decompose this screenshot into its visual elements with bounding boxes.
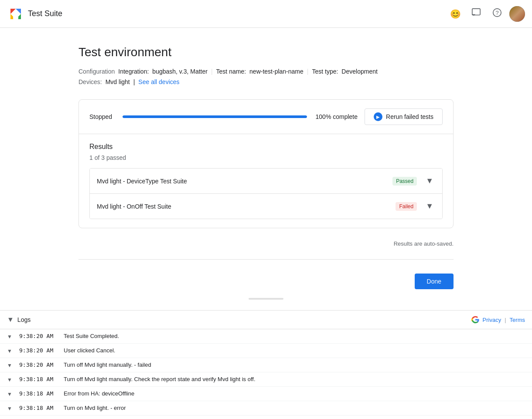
footer-separator: |	[505, 317, 506, 323]
log-message: Turn off Mvd light manually. Check the r…	[64, 376, 256, 382]
log-message: Test Suite Completed.	[64, 333, 119, 339]
done-button[interactable]: Done	[415, 274, 454, 289]
google-g-icon	[471, 316, 479, 324]
log-message: Turn off Mvd light manually. - failed	[64, 362, 151, 368]
log-time: 9:38:18 AM	[19, 390, 58, 397]
log-time: 9:38:18 AM	[19, 376, 58, 382]
log-expand-icon: ▼	[7, 362, 14, 368]
log-message: User clicked Cancel.	[64, 347, 116, 354]
test-item: Mvd light - DeviceType Test Suite Passed…	[90, 169, 442, 194]
main-content: Test environment Configuration Integrati…	[70, 28, 462, 310]
test-type-value: Development	[341, 68, 378, 75]
devices-label: Devices:	[78, 78, 102, 85]
log-time: 9:38:20 AM	[19, 347, 58, 354]
progress-bar-fill	[123, 115, 307, 118]
app-title: Test Suite	[28, 9, 62, 18]
logs-footer: Privacy | Terms	[471, 316, 525, 324]
log-time: 9:38:20 AM	[19, 333, 58, 339]
log-expand-icon: ▼	[7, 377, 14, 383]
config-label: Configuration	[78, 68, 115, 75]
svg-rect-2	[13, 13, 18, 19]
devices-value: Mvd light	[106, 78, 130, 85]
logs-expand-button[interactable]: ▼	[7, 316, 14, 324]
status-badge: Passed	[392, 177, 417, 186]
log-entry: ▼ 9:38:17 AM Turn on Mvd light. Check th…	[0, 416, 532, 416]
test-list: Mvd light - DeviceType Test Suite Passed…	[89, 168, 443, 219]
log-time: 9:38:18 AM	[19, 405, 58, 411]
test-item-name: Mvd light - OnOff Test Suite	[97, 203, 171, 210]
google-logo-icon	[7, 5, 24, 23]
integration-label: Integration:	[118, 68, 149, 75]
log-message: Error from HA: deviceOffline	[64, 390, 134, 397]
test-name-value: new-test-plan-name	[249, 68, 304, 75]
logs-header-left: ▼ Logs	[7, 316, 31, 324]
scroll-indicator	[78, 296, 454, 301]
stopped-label: Stopped	[89, 113, 116, 120]
logs-header: ▼ Logs Privacy | Terms	[0, 311, 532, 329]
done-row: Done	[78, 267, 454, 296]
chevron-down-icon: ▼	[7, 316, 14, 324]
chevron-down-icon: ▼	[426, 202, 433, 211]
progress-percent-text: 100% complete	[314, 113, 358, 120]
log-expand-icon: ▼	[7, 405, 14, 412]
scroll-bar	[249, 298, 283, 300]
config-row: Configuration Integration: bugbash, v.3,…	[78, 68, 454, 75]
log-expand-icon: ▼	[7, 334, 14, 340]
see-all-devices-link[interactable]: See all devices	[138, 78, 179, 85]
test-item-right: Passed ▼	[392, 175, 435, 187]
results-title: Results	[89, 143, 443, 151]
svg-rect-3	[472, 9, 480, 15]
results-section: Results 1 of 3 passed Mvd light - Device…	[79, 134, 453, 228]
log-entry: ▼ 9:38:20 AM User clicked Cancel.	[0, 344, 532, 358]
results-summary: 1 of 3 passed	[89, 154, 443, 161]
header-left: Test Suite	[7, 5, 62, 23]
status-badge: Failed	[396, 202, 417, 211]
chat-icon	[471, 8, 481, 20]
help-button[interactable]: ?	[488, 5, 506, 23]
log-entry: ▼ 9:38:18 AM Turn on Mvd light. - error	[0, 401, 532, 416]
auto-saved-message: Results are auto-saved.	[78, 235, 454, 252]
log-expand-icon: ▼	[7, 348, 14, 354]
test-type-label: Test type:	[312, 68, 338, 75]
progress-card: Stopped 100% complete ▶ Rerun failed tes…	[78, 99, 454, 228]
emoji-button[interactable]: 😊	[447, 5, 464, 23]
log-entry: ▼ 9:38:18 AM Turn off Mvd light manually…	[0, 372, 532, 387]
log-entry: ▼ 9:38:20 AM Test Suite Completed.	[0, 329, 532, 344]
help-icon: ?	[492, 8, 502, 20]
chevron-down-icon: ▼	[426, 176, 433, 186]
separator-2: |	[307, 68, 309, 75]
play-icon: ▶	[374, 112, 382, 121]
devices-row: Devices: Mvd light | See all devices	[78, 78, 454, 85]
log-time: 9:38:20 AM	[19, 362, 58, 368]
expand-test-button[interactable]: ▼	[424, 200, 435, 213]
avatar[interactable]	[509, 6, 525, 22]
log-expand-icon: ▼	[7, 391, 14, 397]
emoji-icon: 😊	[450, 9, 461, 19]
rerun-failed-tests-button[interactable]: ▶ Rerun failed tests	[365, 108, 443, 125]
test-name-label: Test name:	[216, 68, 246, 75]
devices-separator: |	[133, 78, 135, 85]
logs-title: Logs	[17, 316, 31, 323]
page-title: Test environment	[78, 45, 454, 59]
privacy-link[interactable]: Privacy	[483, 317, 501, 323]
logs-panel: ▼ Logs Privacy | Terms ▼ 9:38:20 AM Test…	[0, 310, 532, 416]
header-right: 😊 ?	[447, 5, 525, 23]
section-divider	[78, 259, 454, 260]
app-header: Test Suite 😊 ?	[0, 0, 532, 28]
rerun-label: Rerun failed tests	[386, 113, 433, 120]
chat-button[interactable]	[467, 5, 485, 23]
progress-bar-row: Stopped 100% complete ▶ Rerun failed tes…	[79, 100, 453, 134]
integration-value: bugbash, v.3, Matter	[152, 68, 208, 75]
progress-bar-container	[123, 115, 307, 118]
log-entry: ▼ 9:38:18 AM Error from HA: deviceOfflin…	[0, 387, 532, 401]
log-entry: ▼ 9:38:20 AM Turn off Mvd light manually…	[0, 358, 532, 372]
terms-link[interactable]: Terms	[510, 317, 525, 323]
log-message: Turn on Mvd light. - error	[64, 405, 126, 411]
log-entries: ▼ 9:38:20 AM Test Suite Completed. ▼ 9:3…	[0, 329, 532, 416]
separator-1: |	[211, 68, 213, 75]
test-item: Mvd light - OnOff Test Suite Failed ▼	[90, 194, 442, 219]
test-item-name: Mvd light - DeviceType Test Suite	[97, 178, 187, 185]
svg-text:?: ?	[495, 10, 498, 16]
expand-test-button[interactable]: ▼	[424, 175, 435, 187]
test-item-right: Failed ▼	[396, 200, 435, 213]
